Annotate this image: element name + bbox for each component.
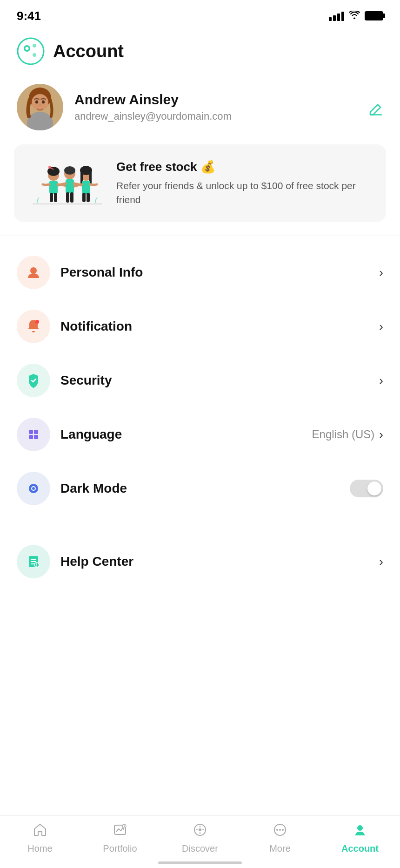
menu-item-notification[interactable]: Notification › [0,299,400,353]
svg-rect-15 [49,181,58,194]
svg-rect-22 [70,192,73,203]
svg-rect-16 [50,193,53,202]
svg-point-10 [42,101,45,104]
svg-rect-29 [87,193,90,202]
nav-item-discover[interactable]: Discover [170,822,230,854]
svg-rect-34 [29,435,33,439]
svg-rect-35 [34,435,38,439]
edit-profile-button[interactable] [368,103,383,121]
profile-email: andrew_ainsley@yourdomain.com [74,110,383,122]
status-bar: 9:41 [0,0,400,28]
nav-label-account: Account [341,843,379,854]
svg-point-52 [279,829,281,831]
svg-rect-20 [66,179,74,193]
menu-item-dark-mode[interactable]: Dark Mode [0,461,400,515]
profile-name: Andrew Ainsley [74,92,383,108]
personal-info-label: Personal Info [60,265,379,280]
svg-point-9 [35,101,38,104]
security-label: Security [60,373,379,388]
menu-item-personal-info[interactable]: Personal Info › [0,245,400,299]
svg-rect-21 [66,192,69,203]
referral-text: Get free stock 💰 Refer your friends & un… [116,160,372,206]
svg-point-3 [33,44,36,47]
language-icon-wrap [17,418,50,451]
help-center-icon-wrap [17,545,50,578]
svg-rect-27 [82,181,90,194]
wifi-icon [349,11,360,21]
dark-mode-label: Dark Mode [60,481,350,496]
battery-icon [365,11,383,20]
dark-mode-toggle[interactable] [350,480,383,497]
menu-item-language[interactable]: Language English (US) › [0,407,400,461]
security-icon-wrap [17,364,50,397]
section-divider-bottom [0,525,400,525]
svg-point-53 [282,829,284,831]
page-header: Account [0,28,400,79]
menu-item-help-center[interactable]: Help Center › [0,535,400,589]
language-chevron: › [379,427,383,442]
svg-rect-33 [34,430,38,434]
referral-description: Refer your friends & unlock up to $100 o… [116,179,372,206]
nav-label-more: More [269,843,291,854]
svg-rect-32 [29,430,33,434]
nav-item-home[interactable]: Home [10,822,70,854]
svg-rect-17 [54,193,57,202]
home-icon [33,822,47,841]
more-icon [273,822,287,841]
svg-point-30 [30,267,37,274]
svg-point-49 [199,828,201,831]
svg-point-54 [357,825,363,831]
notification-label: Notification [60,319,379,334]
menu-list: Personal Info › Notification › Security … [0,241,400,520]
security-chevron: › [379,373,383,388]
avatar [17,84,63,130]
personal-info-chevron: › [379,265,383,280]
nav-label-home: Home [27,843,52,854]
help-center-chevron: › [379,555,383,569]
svg-point-7 [32,94,48,111]
signal-icon [329,11,344,21]
notification-icon-wrap [17,310,50,343]
status-time: 9:41 [17,9,41,23]
home-indicator [158,861,242,864]
language-value: English (US) [312,428,375,441]
toggle-knob [367,481,381,495]
svg-point-2 [26,47,29,50]
svg-point-38 [32,487,35,490]
section-divider-top [0,236,400,236]
nav-label-discover: Discover [182,843,218,854]
status-icons [329,11,383,21]
discover-icon [193,822,207,841]
nav-item-portfolio[interactable]: Portfolio [90,822,150,854]
account-icon [353,822,367,841]
profile-info: Andrew Ainsley andrew_ainsley@yourdomain… [74,92,383,122]
page-title: Account [53,41,124,61]
language-label: Language [60,427,312,442]
nav-item-account[interactable]: Account [330,822,390,854]
bottom-nav: Home Portfolio Discover [0,815,400,868]
svg-point-51 [276,829,278,831]
menu-list-bottom: Help Center › [0,530,400,593]
svg-point-45 [36,566,37,567]
svg-point-4 [33,53,36,57]
svg-point-0 [18,38,44,64]
app-logo-icon [17,37,45,65]
portfolio-icon [113,822,127,841]
notification-chevron: › [379,319,383,334]
profile-section: Andrew Ainsley andrew_ainsley@yourdomain… [0,79,400,144]
personal-info-icon-wrap [17,256,50,289]
svg-rect-28 [82,193,86,202]
svg-point-31 [35,320,39,324]
referral-title: Get free stock 💰 [116,160,372,174]
menu-item-security[interactable]: Security › [0,353,400,407]
referral-illustration [28,157,107,209]
dark-mode-icon-wrap [17,472,50,505]
referral-card[interactable]: Get free stock 💰 Refer your friends & un… [14,144,386,222]
nav-item-more[interactable]: More [250,822,310,854]
help-center-label: Help Center [60,554,379,569]
svg-point-19 [64,166,75,175]
nav-label-portfolio: Portfolio [103,843,137,854]
